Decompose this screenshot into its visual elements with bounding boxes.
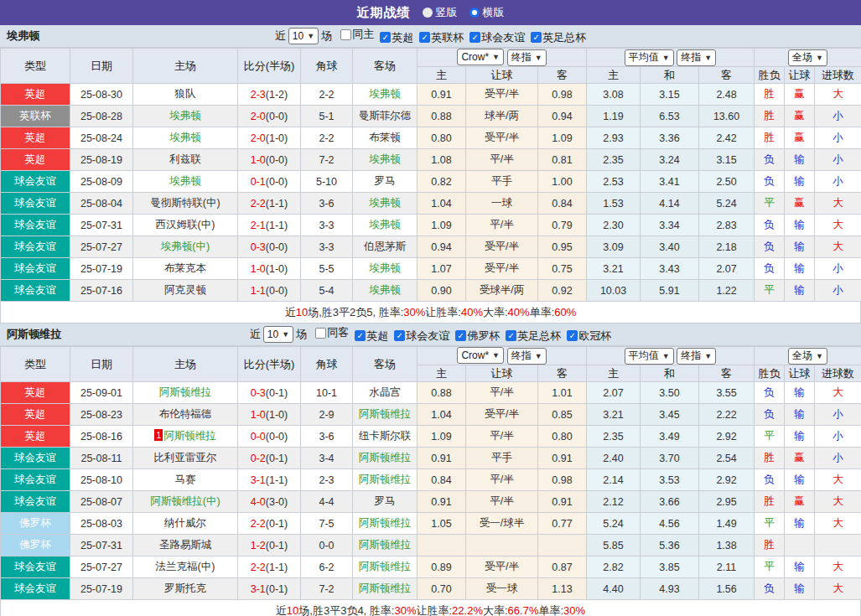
- filter-item[interactable]: ✓佛罗杯: [449, 329, 500, 344]
- odds-away-cell: 1.00: [538, 171, 587, 193]
- summary-text: 场,胜3平2负5, 胜率:: [308, 305, 403, 320]
- fulltime-score: 2-2: [251, 562, 266, 573]
- avg-draw-cell: 3.15: [641, 84, 699, 106]
- rank-badge: 1: [154, 429, 163, 441]
- handicap-result-cell: 赢: [785, 84, 815, 106]
- match-count-select[interactable]: 10▼: [288, 28, 319, 44]
- away-team-cell: 埃弗顿: [353, 280, 418, 302]
- odds-handicap-cell: 平/半: [466, 491, 538, 513]
- filter-item[interactable]: ✓球会友谊: [388, 329, 449, 344]
- checkbox-icon[interactable]: ✓: [394, 330, 405, 341]
- avg-away-cell: 5.24: [699, 193, 755, 215]
- away-team-cell: 罗马: [353, 171, 418, 193]
- halftime-score: (3-0): [266, 496, 288, 508]
- league-type-cell: 佛罗杯: [1, 535, 70, 556]
- radio-icon[interactable]: [423, 8, 433, 18]
- fulltime-select[interactable]: 全场▼: [788, 49, 827, 66]
- league-type-cell: 佛罗杯: [1, 513, 70, 535]
- radio-icon[interactable]: [469, 8, 480, 18]
- fulltime-score: 4-0: [251, 496, 266, 508]
- match-row: 球会友谊25-08-07阿斯顿维拉(中)4-0(3-0)4-4罗马0.91平/半…: [1, 491, 861, 513]
- result-label: 输: [794, 430, 805, 442]
- filter-item[interactable]: ✓英足总杯: [500, 329, 561, 344]
- odds-stage-select[interactable]: 终指▼: [507, 49, 547, 66]
- checkbox-icon[interactable]: [315, 328, 326, 339]
- score-cell: 3-1(0-1): [238, 578, 301, 600]
- checkbox-icon[interactable]: ✓: [419, 32, 430, 43]
- wdl-result-cell: 胜: [755, 491, 785, 513]
- checkbox-icon[interactable]: ✓: [469, 32, 480, 43]
- filter-item[interactable]: ✓英足总杯: [525, 30, 586, 45]
- fulltime-select[interactable]: 全场▼: [788, 348, 827, 365]
- avg-draw-cell: 3.53: [641, 469, 699, 491]
- checkbox-icon[interactable]: ✓: [380, 32, 391, 43]
- avg-draw-cell: 6.53: [641, 106, 699, 127]
- team-label: 伯恩茅斯: [364, 241, 406, 252]
- corner-cell: 10-1: [301, 382, 353, 404]
- date-cell: 25-07-31: [70, 215, 133, 236]
- corner-cell: 3-6: [301, 426, 353, 448]
- odds-away-cell: 0.95: [538, 236, 587, 258]
- odds-away-cell: 1.09: [538, 127, 587, 149]
- filter-item[interactable]: ✓英超: [349, 329, 388, 344]
- result-label: 输: [794, 284, 805, 296]
- avg-stage-select[interactable]: 终指▼: [677, 348, 716, 365]
- checkbox-icon[interactable]: ✓: [455, 330, 466, 341]
- corner-cell: 4-4: [301, 491, 353, 513]
- goals-result-cell: 小: [815, 426, 861, 448]
- checkbox-icon[interactable]: [340, 29, 351, 40]
- goals-result-cell: 大: [815, 513, 861, 535]
- away-team-cell: 阿斯顿维拉: [353, 535, 418, 556]
- team-label: 比利亚雷亚尔: [154, 452, 217, 463]
- odds-handicap-cell: 平/半: [466, 469, 538, 491]
- checkbox-icon[interactable]: ✓: [531, 32, 542, 43]
- match-count-select[interactable]: 10▼: [263, 326, 293, 343]
- avg-home-cell: 2.30: [587, 215, 641, 236]
- checkbox-icon[interactable]: ✓: [567, 330, 578, 341]
- fulltime-score: 1-2: [251, 540, 266, 551]
- avg-stage-select[interactable]: 终指▼: [677, 49, 716, 66]
- result-label: 大: [832, 474, 843, 485]
- corner-cell: 7-2: [301, 578, 353, 600]
- result-label: 大: [832, 241, 843, 252]
- goals-result-cell: 大: [815, 236, 861, 258]
- handicap-result-cell: 赢: [785, 106, 815, 127]
- filter-item[interactable]: ✓欧冠杯: [561, 329, 611, 344]
- filter-label: 同主: [352, 27, 374, 42]
- checkbox-icon[interactable]: ✓: [355, 330, 366, 341]
- team-label: 西汉姆联(中): [156, 219, 215, 230]
- handicap-result-cell: 输: [785, 404, 815, 426]
- filter-item[interactable]: ✓英联杯: [413, 30, 464, 45]
- average-select[interactable]: 平均值▼: [625, 348, 674, 365]
- team-name: 阿斯顿维拉: [7, 327, 61, 342]
- avg-home-cell: 3.08: [587, 84, 641, 106]
- odds-home-cell: 0.80: [418, 127, 466, 149]
- result-label: 小: [832, 175, 843, 187]
- radio-horizontal-layout[interactable]: 横版: [469, 5, 505, 20]
- league-type-cell: 球会友谊: [1, 578, 70, 600]
- team-label: 罗马: [375, 175, 396, 187]
- radio-vertical-layout[interactable]: 竖版: [423, 5, 458, 20]
- average-select[interactable]: 平均值▼: [625, 49, 674, 66]
- team-filter-bar-villa: 阿斯顿维拉 近 10▼ 场 同客✓英超✓球会友谊✓佛罗杯✓英足总杯✓欧冠杯: [0, 324, 861, 346]
- goals-result-cell: 小: [815, 171, 861, 193]
- average-group: 平均值▼ 终指▼: [587, 347, 755, 365]
- bookmaker-select[interactable]: Crow*▼: [457, 49, 504, 65]
- odds-stage-select[interactable]: 终指▼: [507, 348, 547, 365]
- filter-item[interactable]: 同主: [335, 27, 374, 42]
- result-label: 输: [794, 474, 805, 485]
- team-label: 阿斯顿维拉: [359, 561, 412, 572]
- filter-item[interactable]: ✓球会友谊: [464, 30, 525, 45]
- team-label: 埃弗顿: [169, 132, 201, 143]
- filter-item[interactable]: ✓英超: [374, 30, 413, 45]
- handicap-result-cell: [785, 535, 815, 556]
- bookmaker-select[interactable]: Crow*▼: [457, 347, 504, 364]
- corner-cell: 5-4: [301, 280, 353, 302]
- team-label: 埃弗顿: [169, 175, 201, 187]
- wdl-result-cell: 负: [755, 382, 785, 404]
- result-label: 大: [832, 386, 843, 398]
- fulltime-score: 0-1: [251, 176, 266, 188]
- filter-item[interactable]: 同客: [309, 325, 349, 340]
- checkbox-icon[interactable]: ✓: [506, 330, 516, 341]
- result-label: 负: [764, 386, 775, 398]
